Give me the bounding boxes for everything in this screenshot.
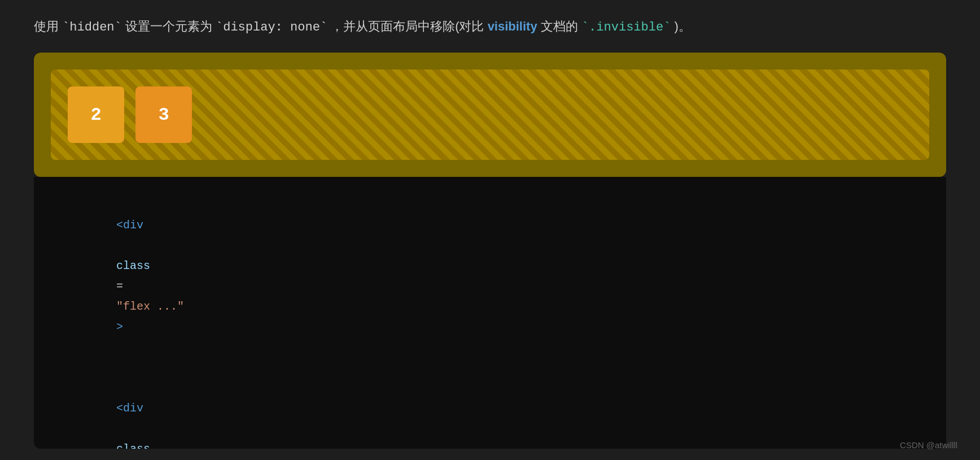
- description-text: 使用 `hidden` 设置一个元素为 `display: none` ，并从页…: [34, 17, 946, 37]
- box-2: 2: [68, 86, 124, 143]
- code-block: <div class = "flex ..." > <div class = "…: [34, 177, 946, 449]
- code-line-1: <div class = "flex ..." >: [62, 195, 918, 358]
- watermark: CSDN @atwillll: [900, 440, 957, 450]
- page-container: 使用 `hidden` 设置一个元素为 `display: none` ，并从页…: [0, 0, 980, 460]
- code-attr-class-1: class: [116, 259, 150, 272]
- desc-display-none-code: `display: none`: [216, 20, 327, 34]
- code-tag-open-2: <div: [116, 402, 143, 415]
- desc-prefix: 使用: [34, 19, 62, 33]
- desc-invisible-code: `.invisible`: [581, 20, 671, 34]
- desc-middle1: 设置一个元素为: [125, 19, 216, 33]
- desc-middle2: ，并从页面布局中移除(对比: [331, 19, 487, 33]
- desc-middle3: 文档的: [541, 19, 581, 33]
- code-eq-1: =: [116, 280, 123, 293]
- demo-inner: 2 3: [51, 70, 929, 160]
- demo-area: 2 3: [34, 53, 946, 177]
- code-tag-close-1: >: [116, 320, 123, 333]
- code-line-2: <div class = "hidden ..." > 1 </div>: [62, 358, 918, 449]
- code-space-1: [116, 239, 123, 252]
- demo-code-wrapper: 2 3 <div class = "flex ..." > <div: [34, 53, 946, 449]
- desc-hidden-code: `hidden`: [62, 20, 122, 34]
- desc-suffix: )。: [674, 19, 690, 33]
- desc-visibility: visibility: [488, 19, 537, 33]
- code-indent-2: [116, 381, 130, 394]
- code-attr-class-2: class: [116, 442, 150, 449]
- box-3: 3: [135, 86, 192, 143]
- code-space-2: [116, 422, 123, 435]
- code-tag-open-1: <div: [116, 219, 143, 232]
- code-attr-val-1: "flex ...": [116, 300, 184, 313]
